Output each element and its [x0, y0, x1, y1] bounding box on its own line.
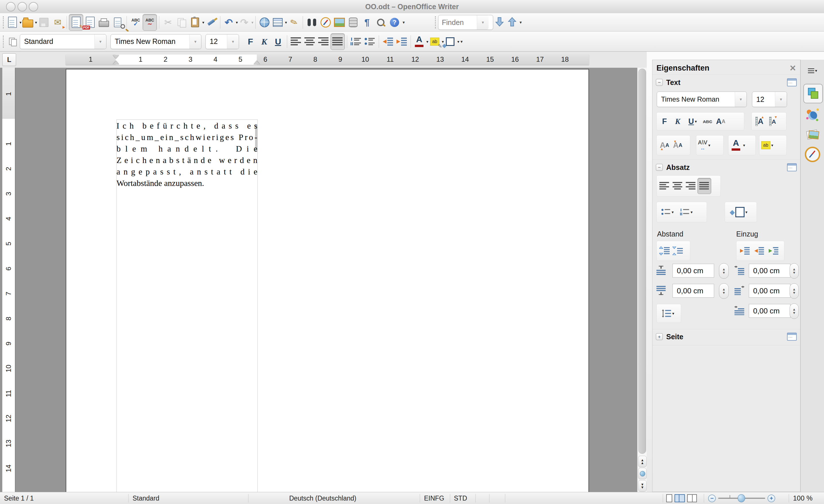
document-text-line[interactable]: Zeichenabstände werden [116, 156, 258, 167]
gallery-button[interactable] [332, 14, 346, 30]
dropdown-arrow-icon[interactable]: ▾ [672, 210, 674, 214]
subscript-button[interactable]: AA▼ [671, 137, 684, 153]
dropdown-arrow-icon[interactable]: ▾ [743, 143, 745, 147]
horizontal-ruler[interactable]: 1123456789101112131415161718 [66, 55, 589, 65]
left-indent-marker[interactable] [113, 61, 119, 65]
toolbar-grip[interactable] [435, 16, 436, 28]
toolbar-grip[interactable] [3, 16, 4, 28]
align-left-button[interactable] [289, 33, 303, 49]
vertical-ruler[interactable]: 11234567891011121314 [2, 68, 15, 492]
dropdown-arrow-icon[interactable]: ▾ [19, 20, 21, 25]
text-dialog-launcher[interactable] [787, 78, 797, 86]
spellcheck-button[interactable]: ABC✓ [129, 14, 142, 30]
italic-button[interactable]: K [671, 114, 684, 129]
dropdown-arrow-icon[interactable]: ▾ [94, 34, 106, 49]
font-name-combobox[interactable]: Times New Roman▾ [110, 34, 201, 49]
justify-button[interactable] [698, 178, 711, 194]
title-bar[interactable]: OO.odt – OpenOffice Writer [0, 0, 824, 13]
after-indent-spinner[interactable]: ▲▼ [790, 283, 799, 299]
increase-indent-button[interactable] [395, 33, 409, 49]
dropdown-arrow-icon[interactable]: ▾ [202, 20, 204, 25]
find-input[interactable] [438, 18, 477, 27]
tab-properties[interactable] [803, 84, 823, 103]
document-text-line[interactable]: blem handelt. Die [116, 144, 258, 156]
font-color-button[interactable]: A▾ [413, 33, 428, 49]
font-size-combobox[interactable]: 12▾ [205, 34, 239, 49]
data-sources-button[interactable] [346, 14, 360, 30]
document-page[interactable]: Ich befürchte, dass essich_um_ein_schwie… [66, 69, 589, 492]
sidebar-font-name-combobox[interactable]: Times New Roman▾ [657, 92, 747, 107]
bullet-list-button[interactable]: ▾ [658, 204, 677, 220]
after-indent-field[interactable]: 0,00 cm [749, 284, 791, 298]
page-section-header[interactable]: + Seite [652, 331, 800, 342]
zoom-slider-handle[interactable] [738, 494, 745, 502]
decrease-spacing-button[interactable] [671, 243, 684, 259]
before-indent-spinner[interactable]: ▲▼ [790, 263, 799, 279]
text-section-header[interactable]: − Text [652, 77, 800, 88]
insert-mode-status[interactable]: EINFG [424, 492, 444, 504]
dropdown-arrow-icon[interactable]: ▾ [745, 210, 747, 214]
toolbar-grip[interactable] [3, 35, 4, 47]
single-page-view-button[interactable] [666, 494, 672, 502]
increase-indent-button[interactable] [738, 243, 752, 259]
page-count-status[interactable]: Seite 1 / 1 [4, 492, 34, 504]
dropdown-arrow-icon[interactable]: ▾ [426, 39, 428, 44]
open-button[interactable]: ▾ [21, 14, 37, 30]
bold-button[interactable]: F [658, 114, 671, 129]
tab-stop-selector[interactable]: L [2, 54, 16, 66]
document-text-line[interactable]: Ich befürchte, dass es [116, 121, 258, 132]
dropdown-arrow-icon[interactable]: ▾ [227, 34, 239, 49]
align-right-button[interactable] [317, 33, 330, 49]
document-text-line[interactable]: Wortabstände anzupassen. [116, 179, 258, 190]
bold-button[interactable]: F [243, 33, 258, 49]
close-sidebar-button[interactable]: ✕ [790, 64, 796, 73]
dropdown-arrow-icon[interactable]: ▾ [735, 92, 746, 107]
firstline-indent-field[interactable]: 0,00 cm [749, 304, 791, 318]
background-color-button[interactable]: ⬥▾ [444, 33, 459, 49]
tab-gallery[interactable] [803, 126, 822, 143]
help-button[interactable]: ? [388, 14, 401, 30]
align-left-button[interactable] [658, 178, 671, 194]
tab-styles[interactable] [803, 106, 822, 123]
right-indent-marker[interactable] [253, 61, 260, 65]
find-combobox[interactable]: ▾ [438, 15, 493, 30]
book-view-button[interactable] [687, 494, 697, 502]
styles-window-button[interactable] [6, 33, 20, 49]
before-indent-field[interactable]: 0,00 cm [749, 264, 791, 278]
dropdown-arrow-icon[interactable]: ▾ [189, 34, 201, 49]
insert-table-button[interactable]: ▾ [272, 14, 287, 30]
zoom-slider[interactable] [716, 492, 767, 504]
first-line-indent-marker[interactable] [113, 55, 119, 59]
superscript-button[interactable]: AA▲ [658, 137, 671, 153]
navigator-button[interactable] [319, 14, 332, 30]
bullet-list-button[interactable] [363, 33, 377, 49]
above-spacing-spinner[interactable]: ▲▼ [719, 263, 729, 279]
collapse-icon[interactable]: − [656, 79, 663, 86]
zoom-percent-status[interactable]: 100 % [793, 492, 813, 504]
increase-spacing-button[interactable] [658, 243, 671, 259]
document-text-line[interactable]: sich_um_ein_schwieriges Pro- [116, 132, 258, 144]
spin-down-icon[interactable]: ▼ [722, 271, 726, 274]
tab-navigator[interactable] [803, 145, 822, 164]
find-dropdown-arrow[interactable]: ▾ [477, 15, 489, 29]
zoom-button[interactable] [374, 14, 388, 30]
strikethrough-button[interactable]: ABC [701, 114, 714, 129]
spin-down-icon[interactable]: ▼ [793, 291, 796, 295]
dropdown-arrow-icon[interactable]: ▾ [708, 143, 710, 147]
vertical-scrollbar[interactable]: ▲▲ ▼▼ [637, 68, 647, 492]
find-next-button[interactable] [495, 17, 504, 28]
undo-button[interactable]: ↶▾ [222, 14, 238, 30]
highlighting-button[interactable]: ab▾ [760, 137, 774, 153]
spin-down-icon[interactable]: ▼ [722, 291, 726, 295]
draw-functions-button[interactable]: ✎ [287, 14, 301, 30]
zoom-out-button[interactable]: − [708, 495, 716, 502]
numbered-list-button[interactable] [349, 33, 363, 49]
hyperlink-button[interactable] [258, 14, 272, 30]
scrollbar-thumb[interactable] [638, 69, 646, 454]
email-document-button[interactable]: ✉▸ [51, 14, 65, 30]
paragraph[interactable]: Ich befürchte, dass essich_um_ein_schwie… [116, 121, 258, 190]
zoom-in-button[interactable]: + [767, 495, 775, 502]
paragraph-dialog-launcher[interactable] [787, 163, 797, 171]
export-pdf-button[interactable]: PDF [83, 14, 97, 30]
align-center-button[interactable] [671, 178, 684, 194]
